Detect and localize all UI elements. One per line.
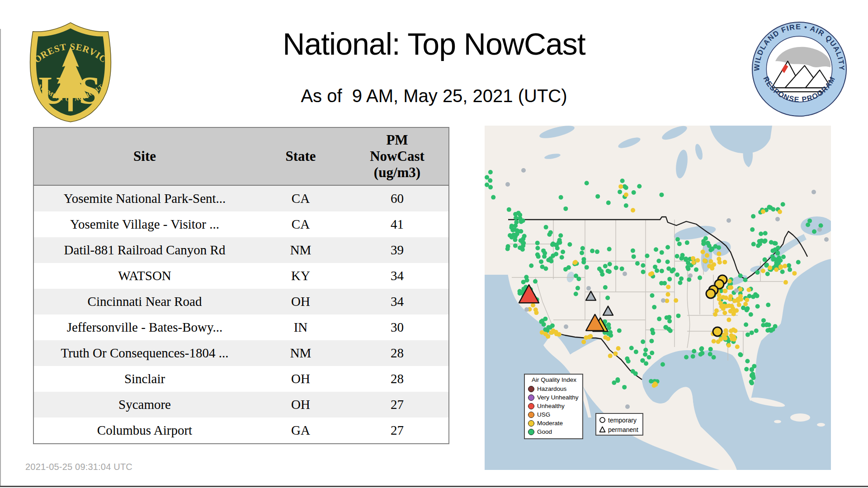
monitor-dot (684, 355, 689, 359)
monitor-dot (728, 294, 733, 299)
monitor-dot (521, 244, 525, 248)
monitor-dot (699, 347, 703, 352)
monitor-dot (738, 273, 743, 278)
monitor-dot (703, 258, 707, 263)
monitor-dot (660, 250, 664, 255)
monitor-dot (563, 206, 568, 211)
state-cell: KY (255, 263, 346, 289)
monitor-dot (652, 305, 656, 310)
monitor-dot (726, 343, 731, 347)
state-cell: CA (255, 185, 346, 211)
monitor-dot (770, 249, 775, 253)
table-row: Yosemite Village - Visitor ...CA41 (33, 211, 449, 237)
aqi-legend-label: Very Unhealthy (537, 394, 579, 401)
monitor-dot (763, 239, 768, 243)
table-row: Cincinnati Near RoadOH34 (33, 289, 449, 314)
monitor-dot (712, 263, 716, 267)
page-subtitle: As of 9 AM, May 25, 2021 (UTC) (0, 86, 868, 106)
monitor-dot (624, 203, 628, 208)
monitor-dot (726, 318, 731, 322)
monitor-dot (775, 217, 780, 221)
monitor-dot (787, 263, 791, 268)
monitor-dot (631, 208, 635, 212)
monitor-dot (668, 328, 673, 333)
monitor-dot (680, 253, 685, 258)
top-nowcast-table: Site State PM NowCast (ug/m3) Yosemite N… (33, 127, 449, 444)
site-cell: Datil-881 Railroad Canyon Rd (33, 237, 255, 263)
monitor-dot (650, 293, 654, 298)
monitor-dot (518, 216, 522, 221)
page-bottom-divider (0, 486, 868, 487)
monitor-dot (750, 227, 755, 232)
monitor-dot (650, 328, 655, 332)
state-cell: GA (255, 418, 346, 444)
col-header-pm-nowcast: PM NowCast (ug/m3) (346, 127, 449, 185)
monitor-dot (667, 319, 672, 324)
monitor-dot (585, 181, 589, 185)
monitor-dot (605, 296, 610, 300)
aqi-color-swatch (528, 386, 534, 392)
monitor-dot (766, 303, 770, 307)
monitor-dot (758, 242, 762, 246)
aqi-legend: Air Quality Index HazardousVery Unhealth… (524, 374, 583, 439)
monitor-dot (643, 347, 648, 352)
monitor-dot (561, 250, 565, 254)
monitor-dot (607, 247, 612, 251)
monitor-dot (716, 339, 721, 344)
value-cell: 39 (346, 237, 449, 263)
monitor-dot (777, 256, 781, 260)
monitor-dot (515, 228, 519, 233)
aqi-legend-items: HazardousVery UnhealthyUnhealthyUSGModer… (528, 385, 580, 436)
monitor-dot (675, 237, 680, 242)
monitor-dot (747, 294, 752, 298)
value-cell: 28 (346, 340, 449, 366)
monitor-dot (773, 324, 778, 328)
monitor-dot (595, 249, 599, 254)
monitor-dot (761, 318, 766, 323)
monitor-dot (778, 264, 783, 269)
monitor-dot (764, 323, 769, 327)
monitor-dot (586, 286, 591, 291)
monitor-dot (507, 207, 511, 212)
monitor-dot (751, 242, 756, 246)
monitor-dot (522, 234, 527, 239)
aqi-color-swatch (528, 394, 534, 401)
monitor-dot (580, 246, 585, 251)
monitor-dot (700, 250, 705, 254)
monitor-dot (750, 367, 754, 372)
monitor-dot (746, 287, 751, 292)
monitor-dot (774, 241, 778, 246)
monitor-dot (608, 262, 612, 266)
monitor-dot (705, 241, 710, 245)
monitor-dot (645, 253, 649, 258)
site-cell: Sinclair (33, 366, 255, 392)
monitor-dot (705, 253, 709, 258)
monitor-dot (774, 267, 778, 272)
aqi-legend-label: Hazardous (537, 385, 566, 392)
monitor-dot (781, 255, 786, 259)
monitor-dot (671, 267, 676, 272)
monitor-dot (749, 380, 754, 384)
site-cell: Sycamore (33, 392, 255, 418)
monitor-dot (703, 236, 708, 241)
monitor-dot (717, 260, 722, 265)
value-cell: 34 (346, 263, 449, 289)
monitor-dot (768, 206, 773, 210)
monitor-dot (659, 192, 664, 197)
monitor-dot (759, 232, 763, 236)
monitor-dot (513, 244, 518, 248)
monitor-dot (667, 315, 671, 319)
monitor-dot (694, 267, 698, 272)
legend-row-temporary: temporary (599, 415, 641, 425)
col-header-site: Site (33, 127, 255, 185)
temporary-circle-icon (599, 417, 606, 423)
wfaqrp-logo: WILDLAND FIRE • AIR QUALITY RESPONSE PRO… (750, 20, 848, 118)
aqi-color-swatch (528, 429, 534, 435)
monitor-dot (560, 255, 564, 260)
monitor-dot (806, 223, 810, 227)
monitor-dot (778, 210, 782, 214)
monitor-dot (616, 346, 621, 351)
monitor-dot (745, 298, 749, 302)
monitor-dot (755, 294, 760, 298)
monitor-dot (521, 168, 526, 173)
